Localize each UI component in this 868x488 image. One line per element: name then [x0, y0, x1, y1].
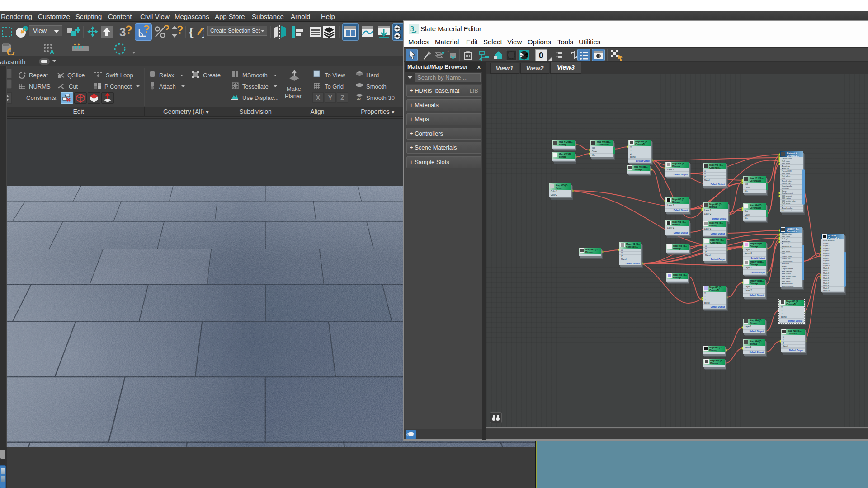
svg-text:A: A [50, 48, 54, 55]
svg-text:3: 3 [410, 25, 414, 33]
svg-text:30: 30 [357, 97, 361, 101]
svg-text:*: * [447, 49, 449, 55]
svg-text:3: 3 [119, 25, 126, 39]
